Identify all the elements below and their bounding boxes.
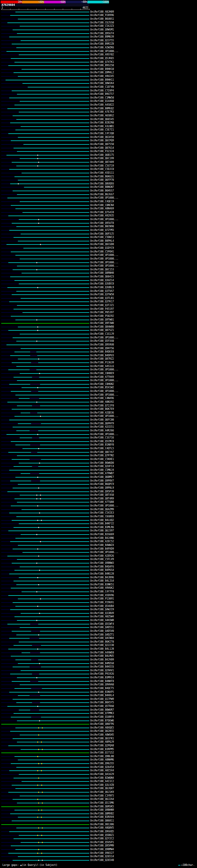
alignment-track[interactable] <box>1 214 89 218</box>
hit-label[interactable]: UniRef100_P32324 <box>90 150 114 153</box>
hit-label[interactable]: UniRef100_Q07550 <box>90 143 114 146</box>
alignment-track[interactable] <box>1 472 89 476</box>
hit-label[interactable]: UniRef100_B6U0S1 <box>90 18 114 21</box>
alignment-track[interactable] <box>1 612 89 615</box>
alignment-track[interactable] <box>1 855 89 859</box>
alignment-track[interactable] <box>1 597 89 601</box>
hit-label[interactable]: UniRef100_Q26540 <box>90 859 114 862</box>
hit-label[interactable]: UniRef100_A8WSH5 <box>90 734 114 737</box>
hit-label[interactable]: UniRef100_A2ER26 <box>90 555 114 558</box>
alignment-track[interactable] <box>1 547 89 551</box>
alignment-track[interactable] <box>1 182 89 186</box>
alignment-track[interactable] <box>1 200 89 204</box>
hit-label[interactable]: UniRef100_A8Q8V5 <box>90 827 114 830</box>
hit-label[interactable]: UniRef100_Q2PQA8 <box>90 744 114 747</box>
hit-label[interactable]: UniRef100_Q4CN04 <box>90 637 114 640</box>
hit-label[interactable]: UniRef100_UP1000... <box>90 265 119 268</box>
hit-label[interactable]: UniRef100_B4HXL4 <box>90 694 114 697</box>
hit-label[interactable]: UniRef100_A2CE51 <box>90 426 114 429</box>
hit-label[interactable]: UniRef100_P13639 <box>90 361 114 364</box>
hit-label[interactable]: UniRef100_B7QGW6 <box>90 719 114 722</box>
hit-label[interactable]: UniRef100_B4LMU5 <box>90 655 114 658</box>
alignment-track[interactable] <box>1 250 89 254</box>
hit-label[interactable]: UniRef100_B5X1W2 <box>90 386 114 389</box>
alignment-track[interactable] <box>1 440 89 443</box>
hit-label[interactable]: UniRef100_B8NGN7 <box>90 186 114 189</box>
alignment-track[interactable] <box>1 669 89 673</box>
alignment-track[interactable] <box>1 468 89 472</box>
hit-label[interactable]: UniRef100_B4LUQ2 <box>90 519 114 522</box>
alignment-track[interactable] <box>1 321 89 325</box>
alignment-track[interactable] <box>1 841 89 844</box>
hit-label[interactable]: UniRef100_B4LIG4 <box>90 580 114 583</box>
alignment-track[interactable] <box>1 279 89 282</box>
alignment-track[interactable] <box>1 687 89 690</box>
hit-label[interactable]: UniRef100_B0WUR7 <box>90 709 114 712</box>
hit-label[interactable]: UniRef100_C5GT19 <box>90 164 114 167</box>
hit-label[interactable]: UniRef100_Q7S4I8 <box>90 211 114 214</box>
alignment-track[interactable] <box>1 350 89 354</box>
alignment-track[interactable] <box>1 135 89 139</box>
hit-label[interactable]: UniRef100_Q9WSM1 <box>90 28 114 31</box>
alignment-track[interactable] <box>1 844 89 848</box>
alignment-track[interactable] <box>1 390 89 393</box>
hit-label[interactable]: UniRef100_B4Q4F6 <box>90 565 114 568</box>
hit-label[interactable]: UniRef100_Q3UBL9 <box>90 286 114 289</box>
hit-label[interactable]: UniRef100_B4L1J8 <box>90 648 114 651</box>
hit-label[interactable]: UniRef100_Q3TW58 <box>90 293 114 296</box>
hit-label[interactable]: UniRef100_Q6C199 <box>90 157 114 160</box>
hit-label[interactable]: UniRef100_A4H3W8 <box>90 619 114 622</box>
hit-label[interactable]: UniRef100_Q962S5 <box>90 762 114 765</box>
alignment-track[interactable] <box>1 515 89 519</box>
alignment-track[interactable] <box>1 157 89 161</box>
alignment-track[interactable] <box>1 529 89 533</box>
alignment-track[interactable] <box>1 74 89 78</box>
alignment-track[interactable] <box>1 60 89 64</box>
hit-label[interactable]: UniRef100_UP1000... <box>90 257 119 260</box>
alignment-track[interactable] <box>1 493 89 497</box>
hit-label[interactable]: UniRef100_Q9M4L2 <box>90 71 114 74</box>
alignment-track[interactable] <box>1 282 89 286</box>
hit-label[interactable]: UniRef100_Q17PW9 <box>90 698 114 701</box>
alignment-track[interactable] <box>1 615 89 619</box>
hit-label[interactable]: UniRef100_Q6RSK5 <box>90 805 114 808</box>
alignment-track[interactable] <box>1 629 89 633</box>
alignment-track[interactable] <box>1 264 89 268</box>
alignment-track[interactable] <box>1 551 89 554</box>
alignment-track[interactable] <box>1 204 89 207</box>
alignment-track[interactable] <box>1 694 89 698</box>
hit-label[interactable]: UniRef100_P05397 <box>90 311 114 314</box>
hit-label[interactable]: UniRef100_Q6AZM9 <box>90 508 114 511</box>
hit-label[interactable]: UniRef100_Q5CWF4 <box>90 623 114 626</box>
hit-label[interactable]: UniRef100_B6K621 <box>90 175 114 178</box>
alignment-track[interactable] <box>1 25 89 28</box>
hit-label[interactable]: UniRef100_C5XJZ3 <box>90 25 114 28</box>
alignment-track[interactable] <box>1 801 89 805</box>
alignment-track[interactable] <box>1 737 89 741</box>
hit-label[interactable]: UniRef100_UP1000... <box>90 368 119 371</box>
alignment-track[interactable] <box>1 658 89 662</box>
hit-label[interactable]: UniRef100_A6SBG2 <box>90 114 114 117</box>
alignment-track[interactable] <box>1 827 89 830</box>
hit-label[interactable]: UniRef100_A8NHM6 <box>90 758 114 762</box>
hit-label[interactable]: UniRef100_A7THX9 <box>90 376 114 379</box>
hit-label[interactable]: UniRef100_B3MLR6 <box>90 526 114 529</box>
alignment-track[interactable] <box>1 708 89 712</box>
hit-label[interactable]: UniRef100_B6W6D0 <box>90 462 114 465</box>
alignment-track[interactable] <box>1 21 89 25</box>
hit-label[interactable]: UniRef100_Q3TVA7 <box>90 290 114 293</box>
alignment-track[interactable] <box>1 304 89 307</box>
alignment-track[interactable] <box>1 533 89 536</box>
alignment-track[interactable] <box>1 722 89 726</box>
alignment-track[interactable] <box>1 715 89 719</box>
alignment-track[interactable] <box>1 798 89 802</box>
alignment-track[interactable] <box>1 479 89 483</box>
alignment-track[interactable] <box>1 701 89 705</box>
hit-label[interactable]: UniRef100_Q7XTK1 <box>90 61 114 64</box>
hit-label[interactable]: UniRef100_B6K7E9 <box>90 408 114 411</box>
hit-label[interactable]: UniRef100_C4QTL5 <box>90 447 114 450</box>
hit-label[interactable]: UniRef100_Q6JQ87 <box>90 787 114 790</box>
alignment-track[interactable] <box>1 805 89 809</box>
alignment-track[interactable] <box>1 583 89 587</box>
hit-label[interactable]: UniRef100_Q95UT8 <box>90 222 114 225</box>
